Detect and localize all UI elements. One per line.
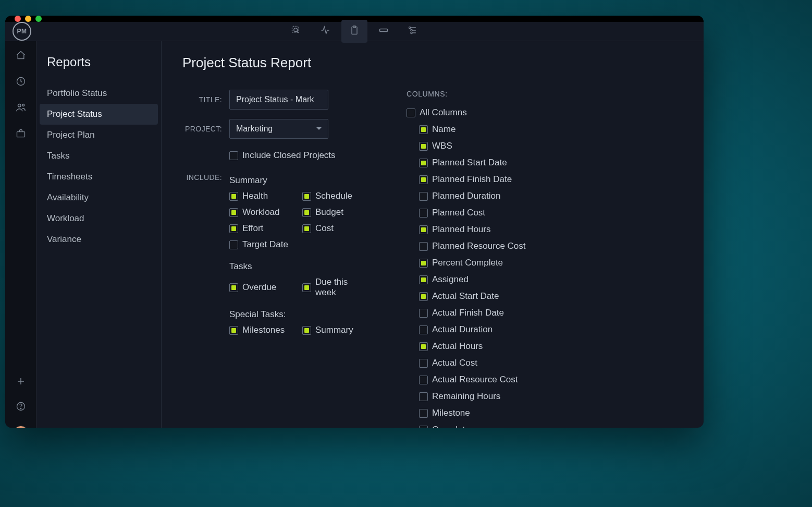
column-label-actual-cost: Actual Cost: [432, 358, 477, 368]
sidebar-items: Portfolio StatusProject StatusProject Pl…: [36, 83, 161, 250]
column-checkbox-assigned[interactable]: [419, 275, 428, 284]
include-tasks-header: Tasks: [229, 261, 370, 272]
sidebar-item-portfolio-status[interactable]: Portfolio Status: [36, 83, 161, 104]
include-tasks-checkbox-due-this-week[interactable]: [302, 283, 311, 292]
nav-help[interactable]: [15, 401, 27, 412]
top-tab-search[interactable]: [283, 20, 309, 43]
app-logo[interactable]: PM: [13, 22, 31, 41]
include-summary-checkbox-health[interactable]: [229, 192, 238, 201]
column-label-complete: Complete: [432, 425, 470, 428]
svg-rect-11: [17, 132, 24, 137]
include-special-checkbox-summary[interactable]: [302, 326, 311, 335]
svg-rect-4: [380, 29, 388, 32]
column-checkbox-actual-finish-date[interactable]: [419, 309, 428, 318]
column-checkbox-percent-complete[interactable]: [419, 259, 428, 268]
include-summary-label-schedule: Schedule: [315, 191, 352, 201]
column-checkbox-planned-resource-cost[interactable]: [419, 242, 428, 251]
column-checkbox-remaining-hours[interactable]: [419, 392, 428, 401]
include-tasks-label-due-this-week: Due this week: [315, 277, 370, 298]
all-columns-label: All Columns: [420, 107, 467, 118]
clipboard-icon: [349, 25, 360, 38]
column-checkbox-planned-cost[interactable]: [419, 209, 428, 218]
all-columns-checkbox[interactable]: [407, 108, 415, 117]
title-label: TITLE:: [182, 95, 229, 104]
top-tab-structure[interactable]: [400, 20, 426, 43]
column-checkbox-actual-cost[interactable]: [419, 359, 428, 368]
hierarchy-icon: [408, 25, 418, 38]
page-title: Project Status Report: [182, 55, 688, 71]
column-checkbox-actual-duration[interactable]: [419, 325, 428, 334]
column-label-percent-complete: Percent Complete: [432, 258, 503, 268]
svg-point-9: [18, 104, 21, 107]
top-tab-reports[interactable]: [341, 20, 367, 43]
sidebar-item-project-plan[interactable]: Project Plan: [36, 125, 161, 146]
activity-icon: [320, 25, 330, 38]
sidebar-item-variance[interactable]: Variance: [36, 229, 161, 250]
include-summary-label-workload: Workload: [242, 207, 280, 218]
column-label-milestone: Milestone: [432, 408, 470, 418]
column-checkbox-planned-finish-date[interactable]: [419, 175, 428, 184]
include-summary-checkbox-target-date[interactable]: [229, 240, 238, 249]
column-label-planned-start-date: Planned Start Date: [432, 158, 507, 168]
column-checkbox-planned-hours[interactable]: [419, 225, 428, 234]
columns-label: COLUMNS:: [407, 90, 526, 98]
nav-briefcase[interactable]: [15, 128, 27, 139]
column-checkbox-name[interactable]: [419, 125, 428, 134]
include-summary-label-health: Health: [242, 191, 268, 201]
column-label-assigned: Assigned: [432, 274, 469, 285]
sidebar-item-timesheets[interactable]: Timesheets: [36, 166, 161, 187]
include-closed-checkbox[interactable]: [229, 151, 238, 160]
include-summary-checkbox-cost[interactable]: [302, 224, 311, 233]
column-checkbox-wbs[interactable]: [419, 142, 428, 151]
card-icon: [378, 25, 389, 38]
column-label-actual-hours: Actual Hours: [432, 341, 483, 352]
nav-people[interactable]: [15, 102, 27, 113]
title-input[interactable]: [229, 90, 328, 110]
column-checkbox-milestone[interactable]: [419, 409, 428, 418]
column-label-name: Name: [432, 124, 456, 135]
window-zoom-icon[interactable]: [35, 16, 42, 22]
column-checkbox-planned-duration[interactable]: [419, 192, 428, 201]
svg-point-7: [411, 32, 412, 33]
top-tab-board[interactable]: [371, 20, 397, 43]
column-checkbox-complete[interactable]: [419, 426, 428, 428]
column-label-actual-resource-cost: Actual Resource Cost: [432, 375, 518, 385]
reports-sidebar: Reports Portfolio StatusProject StatusPr…: [36, 41, 162, 428]
project-select-value: Marketing: [236, 124, 273, 134]
include-tasks-checkbox-overdue[interactable]: [229, 283, 238, 292]
column-label-actual-start-date: Actual Start Date: [432, 291, 499, 301]
sidebar-title: Reports: [36, 55, 161, 83]
svg-point-5: [409, 27, 411, 28]
top-tabs: [283, 20, 426, 43]
nav-recent[interactable]: [15, 76, 27, 87]
include-special-label-milestones: Milestones: [242, 325, 285, 335]
include-summary-checkbox-schedule[interactable]: [302, 192, 311, 201]
nav-add[interactable]: [15, 376, 27, 387]
top-tab-activity[interactable]: [312, 20, 338, 43]
include-summary-checkbox-workload[interactable]: [229, 208, 238, 217]
sidebar-item-workload[interactable]: Workload: [36, 208, 161, 229]
svg-point-10: [22, 104, 24, 106]
sidebar-item-tasks[interactable]: Tasks: [36, 146, 161, 166]
window-minimize-icon[interactable]: [25, 16, 31, 22]
include-summary-checkbox-budget[interactable]: [302, 208, 311, 217]
include-summary-header: Summary: [229, 175, 370, 186]
column-checkbox-actual-start-date[interactable]: [419, 292, 428, 301]
include-special-checkbox-milestones[interactable]: [229, 326, 238, 335]
window-close-icon[interactable]: [15, 16, 21, 22]
column-label-planned-hours: Planned Hours: [432, 224, 490, 235]
include-summary-label-target-date: Target Date: [242, 239, 288, 250]
search-icon: [291, 25, 301, 38]
column-label-wbs: WBS: [432, 141, 452, 151]
column-checkbox-actual-resource-cost[interactable]: [419, 376, 428, 384]
include-label: INCLUDE:: [182, 172, 229, 182]
nav-home[interactable]: [15, 50, 27, 61]
include-summary-checkbox-effort[interactable]: [229, 224, 238, 233]
project-select[interactable]: Marketing: [229, 119, 328, 139]
column-checkbox-planned-start-date[interactable]: [419, 159, 428, 167]
include-summary-label-cost: Cost: [315, 223, 334, 234]
sidebar-item-project-status[interactable]: Project Status: [40, 104, 158, 125]
column-checkbox-actual-hours[interactable]: [419, 342, 428, 351]
sidebar-item-availability[interactable]: Availability: [36, 187, 161, 208]
user-avatar[interactable]: [14, 426, 28, 428]
